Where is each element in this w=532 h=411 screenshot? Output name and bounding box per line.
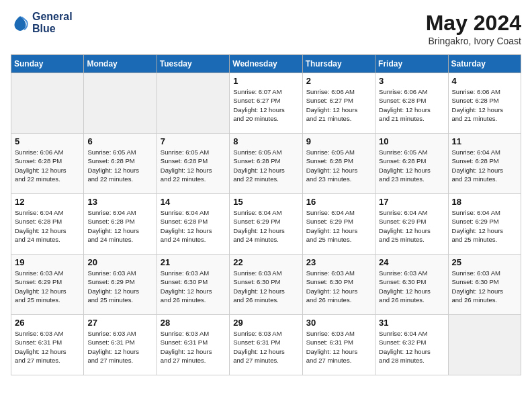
logo-line1: General <box>32 11 73 22</box>
calendar-cell: 11Sunrise: 6:04 AM Sunset: 6:28 PM Dayli… <box>448 134 521 194</box>
calendar-cell <box>84 73 157 134</box>
day-number: 25 <box>452 257 517 267</box>
day-info: Sunrise: 6:03 AM Sunset: 6:31 PM Dayligh… <box>233 329 298 365</box>
day-number: 17 <box>379 197 444 207</box>
weekday-header: Wednesday <box>230 55 302 73</box>
calendar-cell: 9Sunrise: 6:05 AM Sunset: 6:28 PM Daylig… <box>302 134 375 194</box>
day-number: 5 <box>15 136 80 146</box>
day-number: 16 <box>306 197 371 207</box>
calendar-table: SundayMondayTuesdayWednesdayThursdayFrid… <box>11 54 521 375</box>
day-info: Sunrise: 6:03 AM Sunset: 6:30 PM Dayligh… <box>379 269 444 304</box>
day-info: Sunrise: 6:05 AM Sunset: 6:28 PM Dayligh… <box>87 148 152 183</box>
day-number: 1 <box>233 76 298 86</box>
day-info: Sunrise: 6:05 AM Sunset: 6:28 PM Dayligh… <box>161 148 226 183</box>
day-info: Sunrise: 6:03 AM Sunset: 6:30 PM Dayligh… <box>452 269 517 304</box>
title-block: May 2024 Bringakro, Ivory Coast <box>426 11 521 46</box>
calendar-cell: 26Sunrise: 6:03 AM Sunset: 6:31 PM Dayli… <box>11 315 84 375</box>
day-info: Sunrise: 6:04 AM Sunset: 6:28 PM Dayligh… <box>452 148 517 183</box>
calendar-cell: 10Sunrise: 6:05 AM Sunset: 6:28 PM Dayli… <box>375 134 448 194</box>
location: Bringakro, Ivory Coast <box>426 36 521 46</box>
day-info: Sunrise: 6:03 AM Sunset: 6:30 PM Dayligh… <box>161 269 226 304</box>
day-number: 18 <box>452 197 517 207</box>
calendar-cell: 29Sunrise: 6:03 AM Sunset: 6:31 PM Dayli… <box>230 315 302 375</box>
day-info: Sunrise: 6:03 AM Sunset: 6:31 PM Dayligh… <box>15 329 80 365</box>
calendar-cell: 17Sunrise: 6:04 AM Sunset: 6:29 PM Dayli… <box>375 194 448 255</box>
calendar-cell: 4Sunrise: 6:06 AM Sunset: 6:28 PM Daylig… <box>448 73 521 134</box>
calendar-cell: 15Sunrise: 6:04 AM Sunset: 6:29 PM Dayli… <box>230 194 302 255</box>
day-number: 23 <box>306 257 371 267</box>
day-number: 10 <box>379 136 444 146</box>
day-info: Sunrise: 6:04 AM Sunset: 6:29 PM Dayligh… <box>306 208 371 244</box>
day-number: 11 <box>452 136 517 146</box>
day-info: Sunrise: 6:07 AM Sunset: 6:27 PM Dayligh… <box>233 87 298 123</box>
day-number: 22 <box>233 257 298 267</box>
day-info: Sunrise: 6:05 AM Sunset: 6:28 PM Dayligh… <box>379 148 444 183</box>
calendar-header: SundayMondayTuesdayWednesdayThursdayFrid… <box>11 55 521 73</box>
calendar-cell: 7Sunrise: 6:05 AM Sunset: 6:28 PM Daylig… <box>157 134 229 194</box>
calendar-cell: 14Sunrise: 6:04 AM Sunset: 6:28 PM Dayli… <box>157 194 229 255</box>
day-info: Sunrise: 6:04 AM Sunset: 6:29 PM Dayligh… <box>233 208 298 244</box>
day-number: 7 <box>161 136 226 146</box>
weekday-header: Thursday <box>302 55 375 73</box>
calendar-cell: 22Sunrise: 6:03 AM Sunset: 6:30 PM Dayli… <box>230 255 302 315</box>
calendar-cell: 6Sunrise: 6:05 AM Sunset: 6:28 PM Daylig… <box>84 134 157 194</box>
day-number: 19 <box>15 257 80 267</box>
day-number: 14 <box>161 197 226 207</box>
calendar-cell: 31Sunrise: 6:04 AM Sunset: 6:32 PM Dayli… <box>375 315 448 375</box>
day-number: 29 <box>233 318 298 328</box>
day-info: Sunrise: 6:03 AM Sunset: 6:29 PM Dayligh… <box>15 269 80 304</box>
day-number: 21 <box>161 257 226 267</box>
day-number: 12 <box>15 197 80 207</box>
day-number: 26 <box>15 318 80 328</box>
logo-icon <box>11 13 30 32</box>
day-number: 2 <box>306 76 371 86</box>
page-header: General Blue May 2024 Bringakro, Ivory C… <box>11 11 521 46</box>
day-number: 27 <box>87 318 152 328</box>
calendar-cell: 27Sunrise: 6:03 AM Sunset: 6:31 PM Dayli… <box>84 315 157 375</box>
day-number: 31 <box>379 318 444 328</box>
day-number: 13 <box>87 197 152 207</box>
day-info: Sunrise: 6:03 AM Sunset: 6:31 PM Dayligh… <box>306 329 371 365</box>
day-number: 4 <box>452 76 517 86</box>
weekday-header: Sunday <box>11 55 84 73</box>
day-info: Sunrise: 6:06 AM Sunset: 6:27 PM Dayligh… <box>306 87 371 123</box>
calendar-body: 1Sunrise: 6:07 AM Sunset: 6:27 PM Daylig… <box>11 73 521 375</box>
day-number: 8 <box>233 136 298 146</box>
calendar-cell: 16Sunrise: 6:04 AM Sunset: 6:29 PM Dayli… <box>302 194 375 255</box>
month-title: May 2024 <box>426 11 521 36</box>
day-info: Sunrise: 6:05 AM Sunset: 6:28 PM Dayligh… <box>233 148 298 183</box>
day-info: Sunrise: 6:05 AM Sunset: 6:28 PM Dayligh… <box>306 148 371 183</box>
weekday-row: SundayMondayTuesdayWednesdayThursdayFrid… <box>11 55 521 73</box>
calendar-cell: 2Sunrise: 6:06 AM Sunset: 6:27 PM Daylig… <box>302 73 375 134</box>
calendar-cell: 5Sunrise: 6:06 AM Sunset: 6:28 PM Daylig… <box>11 134 84 194</box>
calendar-week-row: 1Sunrise: 6:07 AM Sunset: 6:27 PM Daylig… <box>11 73 521 134</box>
calendar-cell: 18Sunrise: 6:04 AM Sunset: 6:29 PM Dayli… <box>448 194 521 255</box>
calendar-cell: 13Sunrise: 6:04 AM Sunset: 6:28 PM Dayli… <box>84 194 157 255</box>
day-info: Sunrise: 6:03 AM Sunset: 6:30 PM Dayligh… <box>306 269 371 304</box>
day-info: Sunrise: 6:06 AM Sunset: 6:28 PM Dayligh… <box>452 87 517 123</box>
weekday-header: Monday <box>84 55 157 73</box>
calendar-cell <box>11 73 84 134</box>
day-info: Sunrise: 6:06 AM Sunset: 6:28 PM Dayligh… <box>379 87 444 123</box>
calendar-week-row: 26Sunrise: 6:03 AM Sunset: 6:31 PM Dayli… <box>11 315 521 375</box>
day-number: 24 <box>379 257 444 267</box>
day-info: Sunrise: 6:04 AM Sunset: 6:28 PM Dayligh… <box>161 208 226 244</box>
day-info: Sunrise: 6:03 AM Sunset: 6:31 PM Dayligh… <box>87 329 152 365</box>
day-info: Sunrise: 6:04 AM Sunset: 6:32 PM Dayligh… <box>379 329 444 365</box>
calendar-cell: 21Sunrise: 6:03 AM Sunset: 6:30 PM Dayli… <box>157 255 229 315</box>
day-number: 6 <box>87 136 152 146</box>
logo: General Blue <box>11 11 73 36</box>
calendar-cell: 24Sunrise: 6:03 AM Sunset: 6:30 PM Dayli… <box>375 255 448 315</box>
calendar-cell: 25Sunrise: 6:03 AM Sunset: 6:30 PM Dayli… <box>448 255 521 315</box>
calendar-cell: 30Sunrise: 6:03 AM Sunset: 6:31 PM Dayli… <box>302 315 375 375</box>
day-info: Sunrise: 6:06 AM Sunset: 6:28 PM Dayligh… <box>15 148 80 183</box>
day-number: 28 <box>161 318 226 328</box>
day-number: 9 <box>306 136 371 146</box>
day-info: Sunrise: 6:04 AM Sunset: 6:29 PM Dayligh… <box>379 208 444 244</box>
calendar-cell: 3Sunrise: 6:06 AM Sunset: 6:28 PM Daylig… <box>375 73 448 134</box>
weekday-header: Tuesday <box>157 55 229 73</box>
day-info: Sunrise: 6:03 AM Sunset: 6:29 PM Dayligh… <box>87 269 152 304</box>
day-number: 15 <box>233 197 298 207</box>
calendar-week-row: 19Sunrise: 6:03 AM Sunset: 6:29 PM Dayli… <box>11 255 521 315</box>
calendar-cell: 8Sunrise: 6:05 AM Sunset: 6:28 PM Daylig… <box>230 134 302 194</box>
